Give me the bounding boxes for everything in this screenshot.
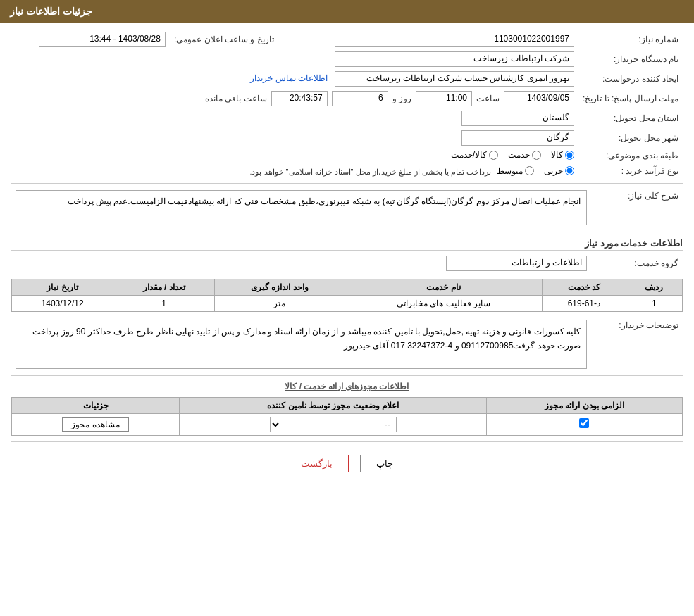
purchase-type-motavasset-radio[interactable] — [525, 166, 534, 175]
bottom-buttons: چاپ بازگشت — [11, 455, 683, 472]
purchase-type-motavasset-option[interactable]: متوسط — [497, 166, 534, 176]
main-content: شماره نیاز: 1103001022001997 تاریخ و ساع… — [0, 23, 694, 492]
service-quantity: 1 — [113, 295, 215, 311]
province-field: گلستان — [461, 111, 574, 126]
view-permit-button[interactable]: مشاهده مجوز — [62, 417, 128, 432]
service-code: د-61-619 — [543, 295, 626, 311]
need-number-label: شماره نیاز: — [578, 30, 683, 49]
city-field: گرگان — [461, 130, 574, 146]
need-description-table: شرح کلی نیاز: انجام عملیات اتصال مرکز دو… — [11, 188, 683, 227]
deadline-date-field: 1403/09/05 — [504, 91, 574, 106]
service-row-num: 1 — [626, 295, 682, 311]
purchase-type-jozyi-radio[interactable] — [565, 166, 574, 175]
need-number-value: 1103001022001997 — [288, 30, 578, 49]
deadline-days-field: 6 — [332, 91, 388, 106]
permit-status-cell: -- — [180, 413, 487, 435]
category-kala-option[interactable]: کالا — [551, 150, 574, 160]
deadline-time-label: ساعت — [476, 94, 500, 103]
deadline-days-label: روز و — [392, 94, 411, 103]
deadline-remaining-field: 20:43:57 — [271, 91, 328, 106]
deadline-time-field: 11:00 — [416, 91, 472, 106]
col-permit-required: الزامی بودن ارائه مجوز — [486, 397, 682, 413]
announce-datetime-field: 1403/08/28 - 13:44 — [39, 32, 166, 47]
permits-table: الزامی بودن ارائه مجوز اعلام وضعیت مجوز … — [11, 397, 683, 436]
back-button[interactable]: بازگشت — [285, 455, 349, 472]
purchase-type-label: نوع فرآیند خرید : — [578, 164, 683, 179]
col-permit-details: جزئیات — [12, 397, 180, 413]
deadline-remaining-label: ساعت باقی مانده — [205, 94, 267, 103]
category-both-option[interactable]: کالا/خدمت — [451, 150, 498, 160]
need-description-label: شرح کلی نیاز: — [628, 191, 678, 201]
requester-org-label: نام دستگاه خریدار: — [578, 49, 683, 69]
buyer-description-label: توضیحات خریدار: — [619, 320, 678, 330]
buyer-description-field: کلیه کسورات قانونی و هزینه تهیه ,حمل,تحو… — [16, 320, 587, 369]
print-button[interactable]: چاپ — [360, 455, 409, 472]
col-quantity: تعداد / مقدار — [113, 279, 215, 295]
province-value: گلستان — [288, 108, 578, 128]
services-section-title: اطلاعات خدمات مورد نیاز — [11, 238, 683, 251]
col-service-name: نام خدمت — [345, 279, 542, 295]
col-need-date: تاریخ نیاز — [12, 279, 113, 295]
requester-org-field: شرکت ارتباطات زیرساخت — [335, 51, 574, 67]
creator-label: ایجاد کننده درخواست: — [578, 69, 683, 89]
category-kala-radio[interactable] — [565, 151, 574, 160]
page-title: جزئیات اطلاعات نیاز — [10, 6, 92, 17]
requester-org-value: شرکت ارتباطات زیرساخت — [288, 49, 578, 69]
permit-status-select[interactable]: -- — [270, 417, 397, 432]
announce-datetime-value: 1403/08/28 - 13:44 — [11, 30, 170, 49]
basic-info-table: شماره نیاز: 1103001022001997 تاریخ و ساع… — [11, 30, 683, 179]
purchase-type-radio-group: جزیی متوسط — [497, 166, 574, 176]
permits-section-title: اطلاعات مجوزهای ارائه خدمت / کالا — [11, 382, 683, 391]
service-need-date: 1403/12/12 — [12, 295, 113, 311]
table-row: 1 د-61-619 سایر فعالیت های مخابراتی متر … — [12, 295, 683, 311]
service-group-label: گروه خدمت: — [634, 258, 678, 268]
announce-datetime-label: تاریخ و ساعت اعلان عمومی: — [170, 30, 288, 49]
service-group-field: اطلاعات و ارتباطات — [446, 256, 587, 271]
col-service-code: کد خدمت — [543, 279, 626, 295]
category-both-radio[interactable] — [489, 151, 498, 160]
category-khedmat-option[interactable]: خدمت — [508, 150, 541, 160]
creator-field: بهروز ایمری کارشناس حساب شرکت ارتباطات ز… — [335, 71, 574, 87]
page-wrapper: جزئیات اطلاعات نیاز شماره نیاز: 11030010… — [0, 0, 694, 616]
service-group-table: گروه خدمت: اطلاعات و ارتباطات — [11, 253, 683, 273]
services-table: ردیف کد خدمت نام خدمت واحد اندازه گیری ت… — [11, 279, 683, 312]
col-permit-status: اعلام وضعیت مجوز توسط نامین کننده — [180, 397, 487, 413]
col-row-num: ردیف — [626, 279, 682, 295]
province-label: استان محل تحویل: — [578, 108, 683, 128]
city-value: گرگان — [288, 128, 578, 148]
deadline-row: 1403/09/05 ساعت 11:00 روز و 6 20:43:57 س… — [16, 91, 574, 106]
contact-link[interactable]: اطلاعات تماس خریدار — [250, 73, 328, 83]
service-unit: متر — [215, 295, 345, 311]
buyer-description-table: توضیحات خریدار: کلیه کسورات قانونی و هزی… — [11, 318, 683, 371]
purchase-type-jozyi-option[interactable]: جزیی — [544, 166, 574, 176]
deadline-label: مهلت ارسال پاسخ: تا تاریخ: — [578, 89, 683, 108]
need-number-field: 1103001022001997 — [335, 32, 574, 47]
purchase-type-container: جزیی متوسط پرداخت تمام یا بخشی از مبلغ خ… — [16, 166, 574, 177]
purchase-note: پرداخت تمام یا بخشی از مبلغ خرید،از محل … — [249, 168, 491, 177]
category-radio-group: کالا خدمت کالا/خدمت — [451, 150, 574, 160]
city-label: شهر محل تحویل: — [578, 128, 683, 148]
list-item: -- مشاهده مجوز — [12, 413, 683, 435]
service-name: سایر فعالیت های مخابراتی — [345, 295, 542, 311]
permit-details-cell: مشاهده مجوز — [12, 413, 180, 435]
category-label: طبقه بندی موضوعی: — [578, 148, 683, 164]
permit-required-checkbox[interactable] — [579, 418, 589, 428]
permit-required-cell — [486, 413, 682, 435]
need-description-field: انجام عملیات اتصال مرکز دوم گرگان(ایستگا… — [16, 190, 587, 225]
category-khedmat-radio[interactable] — [532, 151, 541, 160]
col-unit: واحد اندازه گیری — [215, 279, 345, 295]
page-header: جزئیات اطلاعات نیاز — [0, 0, 694, 23]
